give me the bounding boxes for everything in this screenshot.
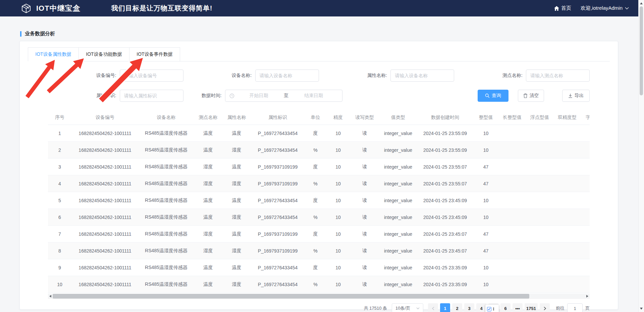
horizontal-scrollbar[interactable] [48,294,590,299]
column-header: 字符类 [581,110,590,125]
scroll-left-arrow-icon[interactable] [48,294,53,299]
device-code-label: 设备编号: [48,73,120,79]
column-header: 长整型值 [498,110,526,125]
table-row[interactable]: 81682824504262-1001111RS485温湿度传感器湿度湿度P_1… [48,242,590,259]
point-name-input[interactable] [526,70,590,82]
table-cell [498,192,526,209]
device-name-input[interactable] [255,70,319,82]
table-cell: RS485温湿度传感器 [139,226,194,242]
table-cell: RS485温湿度传感器 [139,159,194,175]
table-cell: 2024-01-25 23:35:09 [417,259,473,276]
table-cell [581,175,590,192]
table-cell: 2024-01-25 23:45:09 [417,209,473,226]
table-cell [553,125,581,142]
pager-page-6[interactable]: 6 [500,303,511,312]
table-cell: 1682824504262-1001111 [71,209,139,226]
table-cell [526,242,553,259]
attribute-name-input[interactable] [390,70,454,82]
table-row[interactable]: 41682824504262-1001111RS485温湿度传感器湿度湿度P_1… [48,175,590,192]
table-cell: 2024-01-25 23:55:07 [417,159,473,175]
search-button[interactable]: 查询 [478,90,508,102]
vertical-scrollbar-thumb[interactable] [640,6,643,95]
table-cell: 1682824504262-1001111 [71,142,139,159]
goto-suffix: 页 [585,305,590,311]
table-row[interactable]: 61682824504262-1001111RS485温湿度传感器温度湿度P_1… [48,209,590,226]
scroll-up-arrow-icon[interactable] [639,1,644,6]
table-cell: % [305,276,326,293]
table-cell: 5 [48,192,71,209]
pager-prev-button[interactable] [428,303,438,312]
table-row[interactable]: 11682824504262-1001111RS485温湿度传感器温度温度P_1… [48,125,590,142]
table-cell: RS485温湿度传感器 [139,209,194,226]
scroll-down-arrow-icon[interactable] [639,306,644,311]
table-row[interactable]: 31682824504262-1001111RS485温湿度传感器湿度温度P_1… [48,159,590,175]
table-cell: 2024-01-25 23:55:09 [417,142,473,159]
table-cell: 10 [326,125,350,142]
table-cell: 读 [350,242,379,259]
floating-checkbox-widget[interactable] [485,305,499,312]
table-cell: RS485温湿度传感器 [139,259,194,276]
filter-attribute-id: 属性标识: [48,90,183,102]
table-row[interactable]: 21682824504262-1001111RS485温湿度传感器温度湿度P_1… [48,142,590,159]
tab-device-attribute-data[interactable]: IOT设备属性数据 [28,47,79,61]
table-cell: 10 [473,276,498,293]
table-cell: 1682824504262-1001111 [71,159,139,175]
tab-device-event-data[interactable]: IOT设备事件数据 [129,47,180,61]
table-cell: 10 [473,192,498,209]
scroll-right-arrow-icon[interactable] [585,294,590,299]
table-cell: integer_value [379,226,417,242]
table-cell [581,242,590,259]
table-cell [581,142,590,159]
date-range-picker[interactable]: 开始日期 至 结束日期 [225,90,342,102]
table-cell [553,209,581,226]
pager-page-2[interactable]: 2 [452,303,462,312]
table-cell [498,276,526,293]
pager-page-1751[interactable]: 1751 [525,303,538,312]
table-cell: 读 [350,226,379,242]
table-cell: P_1697937109199 [251,175,305,192]
table-cell: P_1697276433454 [251,192,305,209]
horizontal-scrollbar-thumb[interactable] [53,294,529,299]
data-table: 序号设备编号设备名称测点名称属性名称属性标识单位精度读写类型值类型数据创建时间整… [48,110,590,293]
download-icon [568,93,573,98]
table-cell: 1682824504262-1001111 [71,175,139,192]
pagination-bar: 共 17510 条 10条/页 123456•••1751 [48,303,590,312]
goto-page-input[interactable] [567,303,583,312]
table-cell: 4 [48,175,71,192]
app-title: IOT中继宝盒 [36,3,80,13]
table-cell [581,159,590,175]
table-row[interactable]: 71682824504262-1001111RS485温湿度传感器湿度温度P_1… [48,226,590,242]
table-cell [498,175,526,192]
table-cell: 温度 [222,259,251,276]
nav-home-link[interactable]: 首页 [554,5,571,11]
table-row[interactable]: 101682824504262-1001111RS485温湿度传感器温度湿度P_… [48,276,590,293]
pager-page-4[interactable]: 4 [476,303,486,312]
pager-next-button[interactable] [540,303,550,312]
table-cell [526,142,553,159]
export-button[interactable]: 导出 [562,90,590,102]
tab-device-function-data[interactable]: IOT设备功能数据 [78,47,129,61]
checked-checkbox-icon[interactable] [487,307,491,311]
table-cell: 湿度 [194,159,222,175]
user-menu[interactable]: 欢迎,iotrelayAdmin [581,5,629,11]
attribute-id-input[interactable] [120,90,183,102]
pager-page-1[interactable]: 1 [440,303,450,312]
device-code-input[interactable] [120,70,183,82]
table-cell: 8 [48,242,71,259]
table-cell: 度 [305,192,326,209]
table-row[interactable]: 51682824504262-1001111RS485温湿度传感器温度温度P_1… [48,192,590,209]
table-row[interactable]: 91682824504262-1001111RS485温湿度传感器温度温度P_1… [48,259,590,276]
pager-page-3[interactable]: 3 [464,303,474,312]
drag-grip-icon[interactable] [493,308,494,310]
column-header: 单位 [305,110,326,125]
table-cell [581,226,590,242]
page-size-select[interactable]: 10条/页 [392,303,423,312]
pager-ellipsis[interactable]: ••• [513,303,523,312]
table-cell: 湿度 [194,242,222,259]
clear-button[interactable]: 清空 [518,90,544,102]
table-cell: RS485温湿度传感器 [139,242,194,259]
vertical-scrollbar[interactable] [638,0,644,312]
table-cell: 湿度 [222,175,251,192]
select-caret-icon [416,307,420,309]
table-cell [498,242,526,259]
